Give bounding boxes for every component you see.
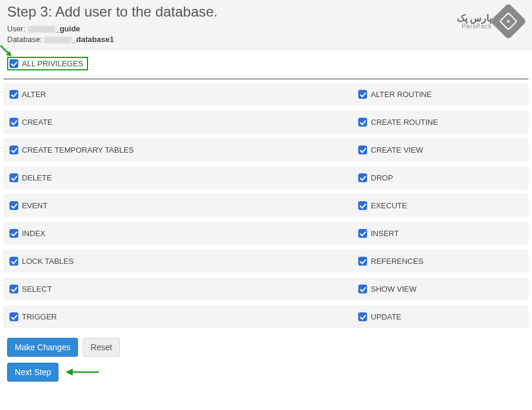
privilege-checkbox[interactable]: [358, 90, 367, 99]
brand-logo: پارس پک ParsPack: [457, 8, 521, 34]
redacted-user-prefix: [28, 26, 55, 33]
all-privileges-section: ALL PRIVILEGES: [0, 51, 532, 79]
privilege-checkbox[interactable]: [358, 229, 367, 238]
privilege-label: INDEX: [22, 229, 46, 238]
section-divider: [4, 79, 528, 79]
privilege-checkbox[interactable]: [358, 312, 367, 321]
user-label: User:: [7, 24, 28, 33]
privilege-item[interactable]: ALTER: [9, 90, 358, 99]
next-step-row: Next Step: [0, 361, 532, 388]
privilege-label: INSERT: [371, 229, 398, 238]
logo-text-en: ParsPack: [462, 23, 492, 30]
logo-text-fa: پارس پک: [457, 14, 492, 23]
privilege-item[interactable]: INSERT: [358, 229, 523, 238]
privilege-item[interactable]: EVENT: [9, 201, 358, 210]
privilege-label: CREATE: [22, 118, 53, 127]
privilege-checkbox[interactable]: [358, 118, 367, 127]
privilege-checkbox[interactable]: [9, 90, 18, 99]
user-suffix: _guide: [56, 24, 80, 33]
privilege-item[interactable]: DROP: [358, 173, 523, 182]
content-area: ALL PRIVILEGES ALTERALTER ROUTINECREATEC…: [0, 51, 532, 388]
all-privileges-checkbox[interactable]: [9, 59, 18, 68]
privilege-label: UPDATE: [371, 312, 401, 321]
action-button-row: Make Changes Reset: [0, 333, 532, 361]
privilege-item[interactable]: CREATE: [9, 118, 358, 127]
privilege-row: ALTERALTER ROUTINE: [4, 83, 528, 111]
privilege-checkbox[interactable]: [9, 257, 18, 266]
privilege-item[interactable]: INDEX: [9, 229, 358, 238]
annotation-arrow-next-icon: [64, 366, 100, 378]
privilege-checkbox[interactable]: [358, 146, 367, 154]
privilege-label: DROP: [371, 173, 393, 182]
privilege-checkbox[interactable]: [9, 229, 18, 238]
privilege-row: EVENTEXECUTE: [4, 194, 528, 222]
next-step-button[interactable]: Next Step: [7, 363, 59, 382]
privilege-label: EXECUTE: [371, 201, 407, 210]
svg-marker-1: [6, 51, 11, 56]
privilege-item[interactable]: TRIGGER: [9, 312, 358, 321]
privilege-label: CREATE ROUTINE: [371, 118, 438, 127]
privilege-label: SHOW VIEW: [371, 285, 416, 293]
privilege-label: LOCK TABLES: [22, 257, 74, 266]
privilege-label: DELETE: [22, 173, 52, 182]
privilege-label: ALTER ROUTINE: [371, 90, 432, 99]
database-suffix: _database1: [72, 35, 114, 44]
privilege-checkbox[interactable]: [9, 201, 18, 210]
privilege-checkbox[interactable]: [9, 173, 18, 182]
logo-badge-icon: [490, 3, 527, 40]
make-changes-button[interactable]: Make Changes: [7, 338, 78, 357]
redacted-db-prefix: [44, 37, 72, 43]
privilege-row: CREATECREATE ROUTINE: [4, 111, 528, 138]
privilege-row: TRIGGERUPDATE: [4, 305, 528, 333]
all-privileges-highlight[interactable]: ALL PRIVILEGES: [7, 57, 88, 70]
privilege-label: REFERENCES: [371, 257, 423, 266]
page-header: Step 3: Add user to the database. User: …: [0, 0, 532, 51]
privilege-checkbox[interactable]: [358, 201, 367, 210]
privilege-row: CREATE TEMPORARY TABLESCREATE VIEW: [4, 138, 528, 166]
page-title: Step 3: Add user to the database.: [7, 4, 525, 20]
privilege-label: CREATE VIEW: [371, 146, 423, 154]
privilege-item[interactable]: CREATE TEMPORARY TABLES: [9, 146, 358, 154]
privilege-checkbox[interactable]: [358, 285, 367, 293]
svg-marker-3: [66, 369, 73, 376]
privilege-checkbox[interactable]: [9, 118, 18, 127]
database-line: Database: _database1: [7, 34, 525, 45]
privilege-label: TRIGGER: [22, 312, 57, 321]
privilege-checkbox[interactable]: [358, 173, 367, 182]
privilege-label: ALTER: [22, 90, 46, 99]
privilege-checkbox[interactable]: [9, 285, 18, 293]
database-label: Database:: [7, 35, 44, 44]
privilege-checkbox[interactable]: [358, 257, 367, 266]
all-privileges-label: ALL PRIVILEGES: [22, 59, 83, 68]
privilege-label: SELECT: [22, 285, 52, 293]
privilege-item[interactable]: CREATE VIEW: [358, 146, 523, 154]
privilege-item[interactable]: SELECT: [9, 285, 358, 293]
privilege-item[interactable]: EXECUTE: [358, 201, 523, 210]
privilege-label: CREATE TEMPORARY TABLES: [22, 146, 134, 154]
privilege-item[interactable]: DELETE: [9, 173, 358, 182]
privilege-checkbox[interactable]: [9, 312, 18, 321]
user-line: User: _guide: [7, 24, 525, 34]
privilege-row: LOCK TABLESREFERENCES: [4, 250, 528, 277]
privileges-table: ALTERALTER ROUTINECREATECREATE ROUTINECR…: [4, 83, 528, 333]
privilege-checkbox[interactable]: [9, 146, 18, 154]
privilege-label: EVENT: [22, 201, 47, 210]
privilege-item[interactable]: UPDATE: [358, 312, 523, 321]
privilege-row: SELECTSHOW VIEW: [4, 277, 528, 305]
privilege-item[interactable]: REFERENCES: [358, 257, 523, 266]
privilege-item[interactable]: ALTER ROUTINE: [358, 90, 523, 99]
privilege-item[interactable]: CREATE ROUTINE: [358, 118, 523, 127]
privilege-item[interactable]: LOCK TABLES: [9, 257, 358, 266]
privilege-row: DELETEDROP: [4, 166, 528, 194]
reset-button[interactable]: Reset: [83, 338, 120, 357]
privilege-row: INDEXINSERT: [4, 222, 528, 250]
privilege-item[interactable]: SHOW VIEW: [358, 285, 523, 293]
